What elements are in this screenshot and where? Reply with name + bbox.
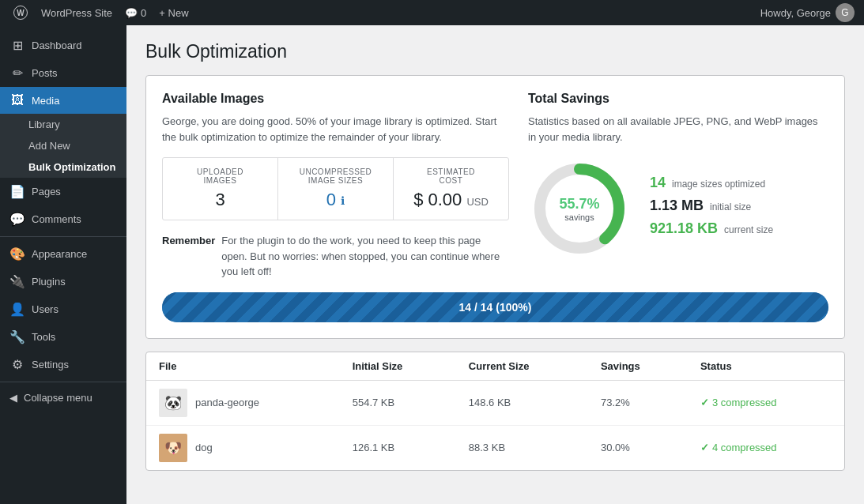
status-1: ✓ 4 compressed — [688, 425, 844, 470]
sidebar-item-pages[interactable]: 📄 Pages — [0, 178, 126, 205]
file-name-1: dog — [195, 442, 213, 453]
file-thumb-1: 🐶 — [159, 434, 187, 462]
file-thumb-0: 🐼 — [159, 389, 187, 417]
sidebar-divider — [0, 236, 126, 237]
uncompressed-label: UNCOMPRESSEDIMAGE SIZES — [288, 167, 383, 185]
col-current-size: Current Size — [456, 352, 588, 381]
collapse-menu-label: Collapse menu — [24, 392, 92, 404]
sidebar-subitem-add-new[interactable]: Add New — [0, 135, 126, 156]
donut-label: savings — [559, 213, 599, 222]
sidebar: ⊞ Dashboard ✏ Posts 🖼 Media Library Add … — [0, 25, 126, 504]
file-name-0: panda-george — [195, 397, 259, 408]
initial-size-value: 1.13 MB — [650, 197, 704, 214]
media-icon: 🖼 — [9, 93, 25, 107]
stat-uploaded: UPLOADEDIMAGES 3 — [163, 158, 278, 220]
donut-center: 55.7% savings — [559, 196, 599, 222]
current-size-1: 88.3 KB — [456, 425, 588, 470]
media-submenu: Library Add New Bulk Optimization — [0, 114, 126, 178]
image-sizes-count: 14 — [650, 175, 666, 191]
site-name[interactable]: WordPress Site — [41, 7, 112, 19]
settings-icon: ⚙ — [9, 357, 25, 372]
progress-bar: 14 / 14 (100%) — [162, 292, 828, 322]
table-row: 🐶 dog 126.1 KB 88.3 KB 30.0% ✓ 4 compres… — [146, 425, 844, 470]
cost-value: $ 0.00 USD — [403, 190, 499, 210]
sidebar-item-settings[interactable]: ⚙ Settings — [0, 351, 126, 378]
check-icon-1: ✓ — [700, 442, 709, 453]
files-table-card: File Initial Size Current Size Savings S… — [145, 352, 845, 471]
total-savings-section: Total Savings Statistics based on all av… — [528, 92, 828, 280]
svg-text:W: W — [17, 9, 25, 17]
file-cell-0: 🐼 panda-george — [146, 380, 340, 425]
remember-label: Remember — [162, 233, 215, 280]
uploaded-value: 3 — [172, 190, 268, 210]
initial-size-0: 554.7 KB — [340, 380, 456, 425]
tools-icon: 🔧 — [9, 329, 25, 344]
optimization-card: Available Images George, you are doing g… — [145, 75, 845, 339]
comment-icon: 💬 — [125, 7, 138, 19]
sidebar-label-dashboard: Dashboard — [32, 39, 82, 51]
sidebar-item-plugins[interactable]: 🔌 Plugins — [0, 268, 126, 295]
sidebar-label-settings: Settings — [32, 359, 69, 370]
new-button[interactable]: + New — [159, 7, 188, 19]
initial-size-1: 126.1 KB — [340, 425, 456, 470]
sidebar-item-dashboard[interactable]: ⊞ Dashboard — [0, 32, 126, 59]
stats-grid: UPLOADEDIMAGES 3 UNCOMPRESSEDIMAGE SIZES… — [162, 157, 509, 220]
remember-text: For the plugin to do the work, you need … — [221, 233, 509, 280]
col-savings: Savings — [588, 352, 688, 381]
user-menu[interactable]: Howdy, George G — [760, 3, 855, 22]
status-text-0: 3 compressed — [712, 397, 777, 408]
available-images-desc: George, you are doing good. 50% of your … — [162, 114, 509, 145]
plugins-icon: 🔌 — [9, 274, 25, 289]
collapse-menu-button[interactable]: ◀ Collapse menu — [0, 386, 126, 410]
savings-1: 30.0% — [588, 425, 688, 470]
stat-cost: ESTIMATEDCOST $ 0.00 USD — [394, 158, 508, 220]
sidebar-item-media[interactable]: 🖼 Media — [0, 87, 126, 114]
savings-0: 73.2% — [588, 380, 688, 425]
current-size-value: 921.18 KB — [650, 220, 718, 237]
table-row: 🐼 panda-george 554.7 KB 148.6 KB 73.2% ✓… — [146, 380, 844, 425]
file-cell-1: 🐶 dog — [146, 425, 340, 470]
sidebar-item-posts[interactable]: ✏ Posts — [0, 59, 126, 87]
sidebar-label-posts: Posts — [32, 67, 58, 79]
sidebar-subitem-bulk-optimization[interactable]: Bulk Optimization — [0, 156, 126, 178]
col-status: Status — [688, 352, 844, 381]
comments-icon: 💬 — [9, 212, 25, 227]
sidebar-item-appearance[interactable]: 🎨 Appearance — [0, 240, 126, 268]
uncompressed-value: 0 ℹ — [288, 190, 383, 210]
howdy-text: Howdy, George — [760, 7, 831, 19]
savings-stats: 14 image sizes optimized 1.13 MB initial… — [650, 175, 828, 243]
info-icon[interactable]: ℹ — [341, 194, 345, 207]
current-size-0: 148.6 KB — [456, 380, 588, 425]
savings-row-current: 921.18 KB current size — [650, 220, 828, 237]
savings-content: 55.7% savings 14 image sizes optimized — [528, 157, 828, 260]
image-sizes-label: image sizes optimized — [672, 179, 765, 190]
sidebar-label-pages: Pages — [32, 186, 61, 197]
sidebar-label-users: Users — [32, 303, 58, 315]
sidebar-divider-2 — [0, 382, 126, 382]
sidebar-item-users[interactable]: 👤 Users — [0, 295, 126, 323]
dashboard-icon: ⊞ — [9, 38, 25, 53]
sidebar-label-tools: Tools — [32, 331, 55, 343]
sidebar-subitem-library[interactable]: Library — [0, 114, 126, 135]
sidebar-label-media: Media — [32, 95, 59, 107]
sidebar-item-tools[interactable]: 🔧 Tools — [0, 323, 126, 351]
top-bar: W WordPress Site 💬 0 + New Howdy, George… — [0, 0, 864, 25]
uploaded-label: UPLOADEDIMAGES — [172, 167, 268, 185]
sidebar-label-appearance: Appearance — [32, 248, 87, 260]
sidebar-item-comments[interactable]: 💬 Comments — [0, 205, 126, 233]
pages-icon: 📄 — [9, 184, 25, 199]
wp-logo-icon[interactable]: W — [9, 2, 32, 24]
comments-bubble[interactable]: 💬 0 — [125, 7, 146, 19]
avatar: G — [836, 3, 855, 22]
appearance-icon: 🎨 — [9, 246, 25, 261]
check-icon-0: ✓ — [700, 397, 709, 408]
users-icon: 👤 — [9, 302, 25, 317]
current-size-label: current size — [724, 224, 773, 235]
collapse-arrow-icon: ◀ — [9, 392, 17, 404]
total-savings-desc: Statistics based on all available JPEG, … — [528, 114, 828, 145]
savings-row-initial: 1.13 MB initial size — [650, 197, 828, 214]
total-savings-title: Total Savings — [528, 92, 828, 106]
remember-box: Remember For the plugin to do the work, … — [162, 233, 509, 280]
cost-label: ESTIMATEDCOST — [403, 167, 499, 185]
col-file: File — [146, 352, 340, 381]
